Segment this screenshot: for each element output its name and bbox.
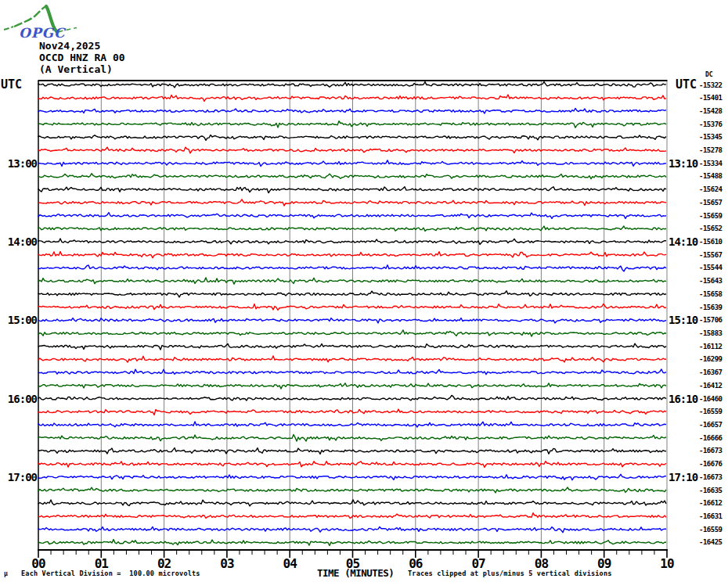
hour-label-left-16:00: 16:00 xyxy=(0,393,37,404)
hour-label-left-15:00: 15:00 xyxy=(0,314,37,325)
dc-value-14:40: -15658 xyxy=(699,290,723,298)
dc-value-15:20: -16112 xyxy=(699,343,723,350)
dc-value-14:20: -15544 xyxy=(699,264,723,271)
dc-value-13:20: -15624 xyxy=(699,185,723,193)
dc-value-15:30: -16299 xyxy=(699,355,723,363)
dc-value-13:10: -15488 xyxy=(699,172,723,180)
vertical-division-note: Each Vertical Division = 100.00 microvol… xyxy=(21,569,200,577)
dc-value-17:50: -16425 xyxy=(699,538,723,546)
dc-value-16:00: -16460 xyxy=(699,395,723,403)
helicorder-plot xyxy=(0,0,728,582)
x-tick-label-10: 10 xyxy=(650,556,684,571)
dc-value-14:50: -15639 xyxy=(699,304,723,311)
dc-value-12:10: -15401 xyxy=(699,94,723,102)
dc-value-16:30: -16666 xyxy=(699,434,723,442)
dc-value-17:40: -16559 xyxy=(699,526,723,534)
hour-label-left-13:00: 13:00 xyxy=(0,158,37,169)
dc-value-17:00: -16673 xyxy=(699,473,723,481)
dc-value-15:40: -16367 xyxy=(699,368,723,376)
clip-note: Traces clipped at plus/minus 5 vertical … xyxy=(408,569,612,577)
x-tick-label-04: 04 xyxy=(272,556,307,571)
dc-value-13:40: -15659 xyxy=(699,212,723,220)
dc-value-17:20: -16612 xyxy=(699,499,723,507)
dc-value-14:10: -15567 xyxy=(699,251,723,259)
dc-value-12:00: -15322 xyxy=(699,81,723,89)
webicorder-page: OPGC Nov24,2025 OCCD HNZ RA 00 (A Vertic… xyxy=(0,0,728,582)
dc-value-12:50: -15278 xyxy=(699,146,723,154)
dc-value-13:30: -15657 xyxy=(699,199,723,207)
dc-value-16:20: -16657 xyxy=(699,421,723,429)
dc-value-16:50: -16676 xyxy=(699,460,723,468)
dc-value-12:40: -15345 xyxy=(699,133,723,141)
dc-value-17:30: -16631 xyxy=(699,512,723,520)
dc-value-12:20: -15428 xyxy=(699,107,723,115)
dc-value-17:10: -16635 xyxy=(699,487,723,494)
dc-value-16:10: -16559 xyxy=(699,408,723,415)
hour-label-left-17:00: 17:00 xyxy=(0,472,37,483)
x-tick-label-03: 03 xyxy=(210,556,244,571)
dc-value-15:10: -15883 xyxy=(699,329,723,337)
dc-value-12:30: -15376 xyxy=(699,120,723,128)
micro-mark: µ xyxy=(4,570,8,577)
dc-value-15:50: -16412 xyxy=(699,382,723,390)
dc-value-13:50: -15652 xyxy=(699,225,723,232)
x-axis-title: TIME (MINUTES) xyxy=(317,567,394,579)
dc-value-14:00: -15610 xyxy=(699,238,723,246)
dc-value-16:40: -16673 xyxy=(699,447,723,454)
hour-label-left-14:00: 14:00 xyxy=(0,236,37,247)
dc-value-14:30: -15643 xyxy=(699,277,723,285)
dc-value-15:00: -15706 xyxy=(699,316,723,324)
dc-value-13:00: -15334 xyxy=(699,160,723,167)
